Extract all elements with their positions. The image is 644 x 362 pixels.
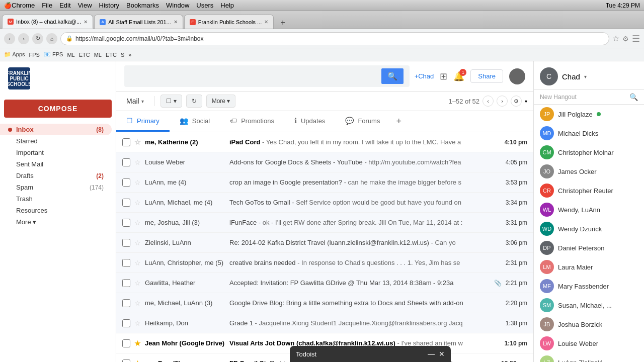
bookmark-fps2[interactable]: 📧 FPS [44, 51, 63, 58]
tab-inbox[interactable]: M Inbox (8) – chad.kafka@... ✕ [2, 15, 93, 29]
star-icon[interactable]: ★ [134, 359, 141, 363]
edit-menu[interactable]: Edit [59, 2, 70, 9]
next-page-button[interactable]: › [497, 96, 508, 107]
new-tab-button[interactable]: + [277, 17, 289, 29]
tab-social[interactable]: 👥 Social [170, 111, 220, 132]
search-button[interactable]: 🔍 [381, 68, 404, 84]
star-icon[interactable]: ☆ [134, 178, 141, 187]
email-row[interactable]: ☆ me, Michael, LuAnn (3) Google Drive Bl… [116, 293, 533, 313]
home-button[interactable]: ⌂ [46, 33, 57, 44]
star-icon[interactable]: ☆ [134, 259, 141, 267]
contact-item[interactable]: WD Wendy Dzurick [534, 219, 644, 238]
contact-item[interactable]: LW Louise Weber [534, 334, 644, 353]
bookmark-more[interactable]: » [128, 52, 131, 58]
email-checkbox[interactable] [122, 219, 130, 227]
sidebar-item-sent[interactable]: Sent Mail [0, 158, 112, 170]
todoist-minimize-button[interactable]: — [428, 350, 435, 358]
email-checkbox[interactable] [122, 339, 130, 347]
sidebar-item-resources[interactable]: Resources [0, 205, 112, 216]
sidebar-item-more[interactable]: More ▾ [0, 216, 112, 228]
history-menu[interactable]: History [99, 2, 119, 9]
star-icon[interactable]: ☆ [134, 158, 141, 166]
search-input[interactable] [130, 72, 377, 80]
email-row[interactable]: ☆ Gawlitta, Heather Accepted: Invitation… [116, 273, 533, 293]
share-button[interactable]: Share [470, 69, 503, 83]
tab-staff-close[interactable]: ✕ [174, 19, 178, 25]
contact-item[interactable]: MF Mary Fassbender [534, 277, 644, 296]
email-row[interactable]: ☆ me, Katherine (2) iPad Cord - Yes Chad… [116, 132, 533, 152]
email-row[interactable]: ☆ Heitkamp, Don Grade 1 - Jacqueline.Xio… [116, 313, 533, 333]
forward-button[interactable]: › [18, 33, 29, 44]
file-menu[interactable]: File [42, 2, 52, 9]
sidebar-item-inbox[interactable]: Inbox (8) [0, 124, 112, 135]
apps-grid-icon[interactable]: ⊞ [440, 71, 447, 82]
contact-item[interactable]: JB Joshua Borzick [534, 315, 644, 334]
reload-button[interactable]: ↻ [32, 33, 43, 44]
email-checkbox[interactable] [122, 259, 130, 267]
email-checkbox[interactable] [122, 239, 130, 247]
star-icon[interactable]: ☆ [612, 34, 619, 43]
window-menu[interactable]: Window [166, 2, 189, 9]
tab-updates[interactable]: ℹ Updates [284, 111, 335, 132]
tab-forums[interactable]: 💬 Forums [335, 111, 390, 132]
users-menu[interactable]: Users [196, 2, 213, 9]
star-icon[interactable]: ☆ [134, 319, 141, 327]
email-checkbox[interactable] [122, 359, 130, 363]
bookmark-etc[interactable]: ETC [79, 52, 90, 58]
compose-button[interactable]: COMPOSE [4, 100, 112, 118]
star-icon[interactable]: ☆ [134, 138, 141, 146]
email-checkbox[interactable] [122, 319, 130, 327]
notifications-icon[interactable]: 🔔 1 [453, 71, 464, 82]
user-avatar[interactable] [509, 68, 525, 84]
chrome-menu-icon[interactable]: ☰ [632, 33, 640, 44]
chrome-menu[interactable]: Chrome [12, 2, 35, 9]
tab-franklin[interactable]: F Franklin Public Schools ... ✕ [184, 15, 274, 29]
contact-item[interactable]: SM Susan, Michael, ... [534, 296, 644, 315]
url-bar[interactable]: 🔒 https://mail.google.com/mail/u/0/?tab=… [60, 32, 609, 45]
star-icon[interactable]: ☆ [134, 219, 141, 227]
email-row[interactable]: ☆ Zielinski, LuAnn Re: 2014-02 Kafka Dis… [116, 233, 533, 253]
refresh-button[interactable]: ↻ [186, 95, 202, 108]
star-icon[interactable]: ☆ [134, 199, 141, 207]
email-checkbox[interactable] [122, 199, 130, 207]
email-checkbox[interactable] [122, 279, 130, 287]
email-row[interactable]: ☆ me, Joshua, Jill (3) iFunFace - ok - I… [116, 213, 533, 233]
chrome-tools-icon[interactable]: ⚙ [622, 35, 629, 43]
star-icon[interactable]: ☆ [134, 279, 141, 287]
contact-item[interactable]: MD Michael Dicks [534, 124, 644, 143]
contact-item[interactable]: CR Christopher Reuter [534, 181, 644, 200]
hangout-search-icon[interactable]: 🔍 [629, 93, 638, 101]
bookmark-etc2[interactable]: ETC [106, 52, 117, 58]
email-row[interactable]: ☆ LuAnn, Christopher, me (5) creative br… [116, 253, 533, 273]
email-checkbox[interactable] [122, 138, 130, 146]
help-menu[interactable]: Help [220, 2, 234, 9]
back-button[interactable]: ‹ [4, 33, 15, 44]
bookmark-fps[interactable]: FPS [29, 52, 40, 58]
new-hangout-input[interactable]: New Hangout [540, 94, 626, 101]
contact-item[interactable]: LM Laura Maier [534, 257, 644, 277]
tab-promotions[interactable]: 🏷 Promotions [220, 111, 284, 132]
tab-staff-email[interactable]: A All Staff Email Lists 201... ✕ [94, 15, 183, 29]
email-checkbox[interactable] [122, 299, 130, 307]
contact-item[interactable]: CM Christopher Molnar [534, 143, 644, 162]
tab-inbox-close[interactable]: ✕ [84, 19, 88, 25]
tab-primary[interactable]: ☐ Primary [116, 111, 170, 132]
add-chad-button[interactable]: +Chad [415, 72, 434, 80]
star-icon[interactable]: ★ [134, 339, 141, 347]
contact-item[interactable]: JO James Ocker [534, 162, 644, 181]
contact-item[interactable]: JP Jill Polglaze [534, 105, 644, 124]
star-icon[interactable]: ☆ [134, 239, 141, 247]
email-checkbox[interactable] [122, 158, 130, 166]
bookmark-apps[interactable]: 📁 Apps [4, 51, 25, 58]
bookmark-ml2[interactable]: ML [94, 52, 102, 58]
contact-item[interactable]: DP Daniel Peterson [534, 238, 644, 257]
sidebar-item-important[interactable]: Important [0, 147, 112, 158]
chad-dropdown-arrow[interactable]: ▾ [584, 74, 587, 79]
email-row[interactable]: ☆ LuAnn, Michael, me (4) Tech GoTos to G… [116, 193, 533, 213]
email-checkbox[interactable] [122, 178, 130, 187]
sidebar-item-trash[interactable]: Trash [0, 193, 112, 205]
tab-franklin-close[interactable]: ✕ [264, 19, 268, 25]
bookmark-ml[interactable]: ML [67, 52, 74, 58]
todoist-close-button[interactable]: ✕ [439, 350, 445, 358]
view-menu[interactable]: View [78, 2, 92, 9]
